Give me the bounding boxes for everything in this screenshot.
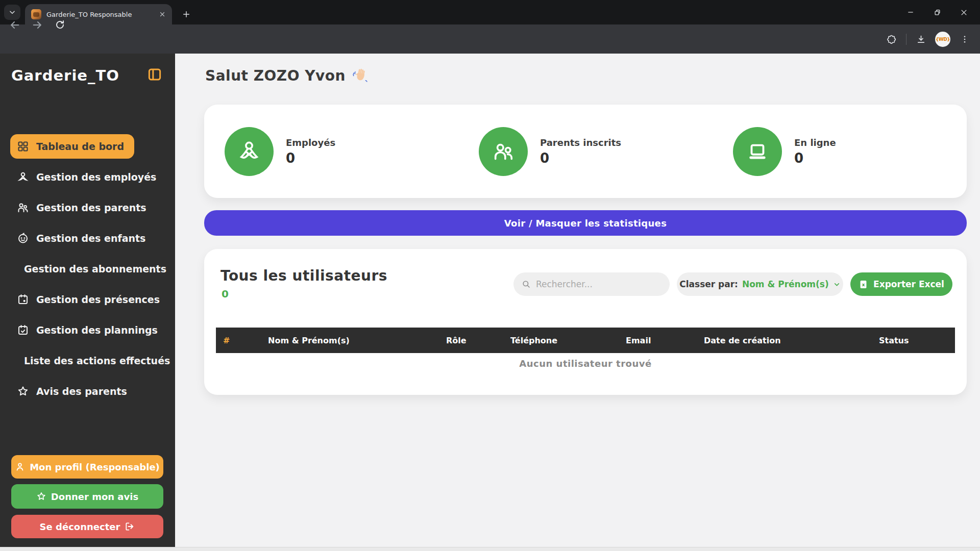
parents-stat-circle bbox=[479, 127, 528, 176]
sidebar-item-label: Gestion des enfants bbox=[36, 233, 145, 244]
window-restore-button[interactable] bbox=[924, 0, 950, 24]
column-header-status: Status bbox=[879, 336, 955, 345]
stat-parents-inscrits: Parents inscrits 0 bbox=[458, 127, 713, 176]
reload-button[interactable] bbox=[50, 15, 69, 35]
waving-hand-icon bbox=[352, 68, 368, 84]
sidebar-item-label: Tableau de bord bbox=[36, 141, 124, 152]
sidebar: Garderie_TO Tableau de bord Gestion des … bbox=[0, 54, 175, 547]
stat-value: 0 bbox=[540, 151, 621, 166]
column-header-name: Nom & Prénom(s) bbox=[268, 336, 446, 345]
extensions-icon[interactable] bbox=[884, 31, 900, 47]
give-feedback-label: Donner mon avis bbox=[51, 491, 138, 502]
svg-text:x: x bbox=[862, 282, 865, 287]
window-minimize-button[interactable] bbox=[897, 0, 924, 24]
logout-label: Se déconnecter bbox=[40, 521, 120, 532]
users-count: 0 bbox=[222, 288, 229, 300]
logout-button[interactable]: Se déconnecter bbox=[11, 515, 163, 538]
main-content: Salut ZOZO Yvon Employés 0 bbox=[175, 54, 980, 547]
employee-stat-circle bbox=[225, 127, 274, 176]
greeting-text: Salut ZOZO Yvon bbox=[205, 67, 346, 84]
users-section-title: Tous les utilisateurs bbox=[220, 267, 387, 284]
empty-table-message: Aucun utilisateur trouvé bbox=[216, 358, 955, 369]
app-logo: Garderie_TO bbox=[11, 67, 119, 84]
search-icon bbox=[522, 279, 531, 289]
stat-value: 0 bbox=[794, 151, 836, 166]
sidebar-item-avis-parents[interactable]: Avis des parents bbox=[10, 379, 137, 404]
browser-menu-icon[interactable] bbox=[957, 31, 973, 47]
toggle-statistics-label: Voir / Masquer les statistiques bbox=[504, 218, 667, 229]
search-box[interactable] bbox=[513, 272, 670, 296]
sidebar-nav: Tableau de bord Gestion des employés Ges… bbox=[0, 134, 175, 410]
calendar-presence-icon bbox=[17, 293, 29, 306]
calendar-check-icon bbox=[17, 324, 29, 336]
logout-icon bbox=[125, 521, 135, 532]
browser-titlebar: Garderie_TO Responsable bbox=[0, 0, 980, 24]
chevron-down-icon bbox=[833, 281, 841, 288]
sidebar-item-label: Liste des actions effectués bbox=[24, 355, 170, 366]
parents-group-icon bbox=[492, 140, 515, 163]
parents-icon bbox=[17, 202, 29, 214]
browser-tab[interactable]: Garderie_TO Responsable bbox=[25, 4, 172, 24]
stats-card: Employés 0 Parents inscrits 0 En ligne 0 bbox=[204, 105, 967, 198]
profile-avatar[interactable]: {WD} bbox=[935, 32, 950, 47]
column-header-role: Rôle bbox=[446, 336, 510, 345]
back-button[interactable] bbox=[5, 15, 24, 35]
sidebar-item-tableau-de-bord[interactable]: Tableau de bord bbox=[10, 134, 134, 159]
stat-en-ligne: En ligne 0 bbox=[713, 127, 967, 176]
sidebar-item-label: Gestion des parents bbox=[36, 202, 146, 213]
forward-button[interactable] bbox=[28, 15, 47, 35]
sort-label: Classer par: bbox=[679, 279, 738, 289]
my-profile-button[interactable]: Mon profil (Responsable) bbox=[11, 455, 163, 479]
users-controls: Classer par: Nom & Prénom(s) x Exporter … bbox=[513, 272, 952, 296]
sidebar-toggle-button[interactable] bbox=[146, 66, 163, 83]
sidebar-item-gestion-employes[interactable]: Gestion des employés bbox=[10, 165, 166, 189]
give-feedback-button[interactable]: Donner mon avis bbox=[11, 484, 163, 509]
online-stat-circle bbox=[733, 127, 782, 176]
export-excel-label: Exporter Excel bbox=[873, 279, 944, 289]
stat-label: Parents inscrits bbox=[540, 137, 621, 148]
stat-value: 0 bbox=[286, 151, 335, 166]
stat-label: Employés bbox=[286, 137, 335, 148]
sidebar-item-liste-actions[interactable]: Liste des actions effectués bbox=[10, 348, 174, 373]
users-table-header: # Nom & Prénom(s) Rôle Téléphone Email D… bbox=[216, 328, 955, 353]
column-header-created: Date de création bbox=[704, 336, 879, 345]
user-icon bbox=[15, 462, 25, 472]
stat-employes: Employés 0 bbox=[204, 127, 458, 176]
excel-file-icon: x bbox=[859, 280, 868, 289]
tab-close-icon[interactable] bbox=[158, 10, 167, 19]
sidebar-item-gestion-enfants[interactable]: Gestion des enfants bbox=[10, 226, 156, 251]
sidebar-item-label: Gestion des abonnements bbox=[24, 263, 166, 274]
sidebar-item-gestion-presences[interactable]: Gestion des présences bbox=[10, 287, 170, 312]
laptop-icon bbox=[746, 140, 769, 163]
reload-icon bbox=[55, 19, 65, 30]
window-close-button[interactable] bbox=[950, 0, 977, 24]
sidebar-item-gestion-plannings[interactable]: Gestion des plannings bbox=[10, 318, 168, 342]
downloads-icon[interactable] bbox=[913, 31, 929, 47]
toolbar-divider bbox=[906, 34, 906, 45]
export-excel-button[interactable]: x Exporter Excel bbox=[850, 272, 952, 296]
child-face-icon bbox=[17, 232, 29, 244]
star-icon bbox=[17, 385, 29, 397]
my-profile-label: Mon profil (Responsable) bbox=[30, 462, 160, 472]
sidebar-item-label: Gestion des employés bbox=[36, 171, 156, 183]
panel-left-icon bbox=[147, 67, 162, 82]
search-input[interactable] bbox=[536, 279, 662, 289]
back-arrow-icon bbox=[9, 19, 20, 31]
sort-value: Nom & Prénom(s) bbox=[742, 279, 829, 289]
star-icon bbox=[36, 491, 46, 502]
browser-toolbar: daycarebenin.alwaysdata.net/compte/ {WD} bbox=[0, 24, 980, 54]
sidebar-item-label: Gestion des présences bbox=[36, 294, 160, 305]
sidebar-item-gestion-parents[interactable]: Gestion des parents bbox=[10, 195, 157, 220]
stat-label: En ligne bbox=[794, 137, 836, 148]
sidebar-item-gestion-abonnements[interactable]: $ Gestion des abonnements bbox=[10, 257, 174, 281]
forward-arrow-icon bbox=[32, 19, 43, 31]
column-header-index: # bbox=[223, 336, 268, 345]
users-card: Tous les utilisateurs 0 Classer par: Nom… bbox=[204, 249, 967, 395]
toggle-statistics-button[interactable]: Voir / Masquer les statistiques bbox=[204, 210, 967, 236]
column-header-phone: Téléphone bbox=[510, 336, 626, 345]
sort-dropdown[interactable]: Classer par: Nom & Prénom(s) bbox=[677, 272, 843, 296]
horizontal-scrollbar[interactable] bbox=[0, 547, 980, 551]
employee-icon bbox=[17, 171, 29, 183]
new-tab-button[interactable] bbox=[179, 7, 194, 22]
column-header-email: Email bbox=[626, 336, 704, 345]
